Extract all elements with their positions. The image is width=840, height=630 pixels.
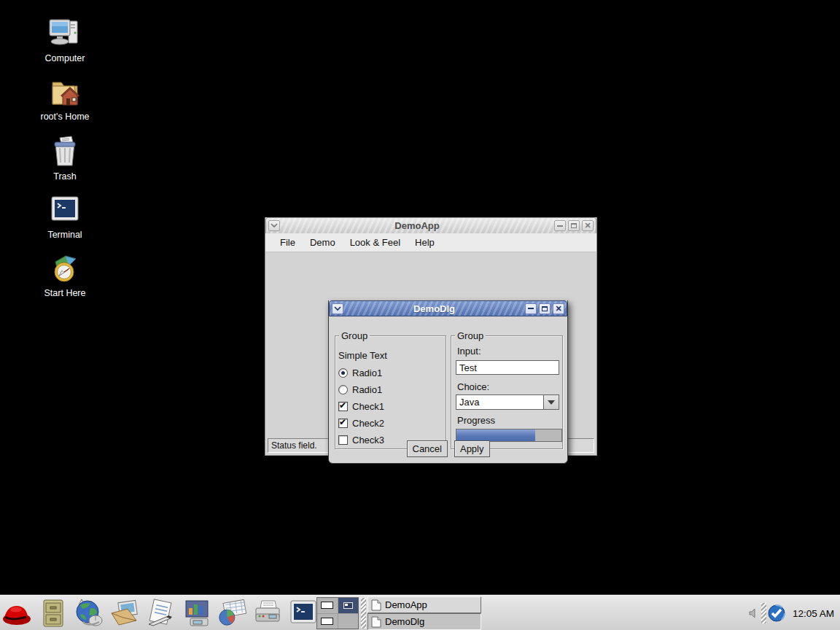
taskbar-window-demoapp[interactable]: DemoApp bbox=[368, 596, 481, 613]
radio-radio1-selected[interactable]: Radio1 bbox=[338, 367, 382, 378]
cancel-button[interactable]: Cancel bbox=[407, 440, 448, 457]
window-document-icon bbox=[371, 616, 381, 628]
mini-window bbox=[321, 618, 333, 625]
mini-window bbox=[343, 602, 353, 609]
word-processor-icon[interactable] bbox=[144, 597, 176, 629]
minimize-button[interactable] bbox=[554, 220, 566, 231]
maximize-button[interactable] bbox=[539, 303, 551, 314]
workspace-1[interactable] bbox=[317, 598, 338, 613]
groupbox-controls: Group Simple Text Radio1 Radio1 Check1 C… bbox=[335, 335, 446, 449]
start-here-icon bbox=[34, 251, 96, 286]
menu-look-and-feel[interactable]: Look & Feel bbox=[343, 235, 408, 250]
desktop-icon-label: root's Home bbox=[34, 112, 96, 122]
checkbox-label: Check2 bbox=[352, 418, 384, 429]
combobox-dropdown-button[interactable] bbox=[543, 394, 559, 410]
demoapp-titlebar[interactable]: DemoApp ✕ bbox=[265, 217, 596, 233]
radio-label: Radio1 bbox=[352, 384, 382, 395]
printer-icon[interactable] bbox=[252, 597, 284, 629]
checkbox-icon bbox=[338, 419, 348, 428]
window-menu-button[interactable] bbox=[268, 220, 280, 231]
mini-window bbox=[321, 602, 333, 609]
minimize-button[interactable] bbox=[525, 303, 537, 314]
window-list: DemoApp DemoDlg bbox=[368, 596, 481, 630]
radio-icon bbox=[338, 385, 348, 394]
input-field[interactable] bbox=[456, 360, 559, 375]
close-button[interactable]: ✕ bbox=[553, 303, 564, 314]
menu-help[interactable]: Help bbox=[408, 235, 442, 250]
menu-demo[interactable]: Demo bbox=[303, 235, 343, 250]
apply-button[interactable]: Apply bbox=[454, 440, 490, 457]
web-browser-icon[interactable] bbox=[73, 597, 105, 629]
desktop-icon-computer[interactable]: Computer bbox=[34, 16, 96, 63]
workspace-3[interactable] bbox=[317, 614, 338, 629]
demodlg-body: Group Simple Text Radio1 Radio1 Check1 C… bbox=[329, 316, 567, 463]
desktop-icon-label: Computer bbox=[34, 53, 96, 63]
radio-radio1-unselected[interactable]: Radio1 bbox=[338, 384, 382, 395]
progress-bar-fill bbox=[456, 429, 535, 441]
system-tray: 12:05 AM bbox=[747, 596, 837, 630]
desktop-icon-label: Start Here bbox=[34, 288, 96, 298]
terminal-icon bbox=[34, 192, 96, 228]
checkbox-check2[interactable]: Check2 bbox=[338, 417, 384, 429]
desktop-icon-home[interactable]: root's Home bbox=[34, 74, 96, 122]
input-label: Input: bbox=[457, 346, 481, 357]
computer-icon bbox=[34, 16, 96, 51]
workspace-switcher bbox=[316, 597, 359, 629]
desktop-icon-start-here[interactable]: Start Here bbox=[34, 251, 96, 298]
clock[interactable]: 12:05 AM bbox=[793, 608, 837, 619]
dialog-button-row: Cancel Apply bbox=[329, 440, 567, 457]
simple-text-label: Simple Text bbox=[338, 350, 387, 361]
maximize-button[interactable] bbox=[568, 220, 580, 231]
combobox-value: Java bbox=[456, 394, 543, 410]
redhat-menu-icon[interactable] bbox=[1, 597, 34, 629]
menubar: File Demo Look & Feel Help bbox=[265, 233, 596, 252]
window-title: DemoApp bbox=[282, 220, 552, 231]
close-button[interactable]: ✕ bbox=[582, 220, 594, 231]
update-check-icon[interactable] bbox=[767, 604, 786, 623]
home-folder-icon bbox=[34, 74, 96, 109]
radio-icon bbox=[338, 368, 348, 378]
desktop-icon-trash[interactable]: Trash bbox=[34, 134, 96, 182]
groupbox-title: Group bbox=[455, 330, 486, 341]
file-manager-icon[interactable] bbox=[37, 597, 69, 629]
speaker-icon[interactable] bbox=[747, 607, 761, 620]
checkbox-check1[interactable]: Check1 bbox=[338, 400, 384, 412]
menu-file[interactable]: File bbox=[273, 235, 303, 250]
window-menu-button[interactable] bbox=[332, 303, 343, 314]
workspace-4[interactable] bbox=[338, 614, 359, 629]
checkbox-icon bbox=[338, 402, 348, 411]
chevron-down-icon bbox=[548, 400, 555, 405]
checkbox-label: Check1 bbox=[352, 401, 384, 412]
window-document-icon bbox=[371, 599, 381, 611]
taskbar-window-label: DemoApp bbox=[385, 599, 427, 610]
window-title: DemoDlg bbox=[346, 303, 523, 314]
demodlg-dialog: DemoDlg ✕ Group Simple Text Radio1 Radio… bbox=[328, 300, 568, 464]
email-icon[interactable] bbox=[109, 597, 141, 629]
demodlg-titlebar[interactable]: DemoDlg ✕ bbox=[329, 300, 567, 316]
choice-label: Choice: bbox=[457, 381, 489, 392]
groupbox-fields: Group Input: Choice: Java Progress bbox=[451, 335, 563, 449]
presentation-icon[interactable] bbox=[180, 597, 212, 629]
workspace-2-active[interactable] bbox=[338, 598, 359, 613]
radio-label: Radio1 bbox=[352, 368, 382, 378]
choice-combobox[interactable]: Java bbox=[456, 394, 559, 410]
progress-label: Progress bbox=[457, 415, 495, 426]
desktop-icon-label: Terminal bbox=[34, 230, 96, 240]
taskbar-panel: △ bbox=[0, 595, 840, 630]
groupbox-title: Group bbox=[339, 330, 370, 341]
taskbar-window-label: DemoDlg bbox=[385, 616, 424, 627]
desktop-icon-label: Trash bbox=[34, 171, 96, 182]
trash-icon bbox=[34, 134, 96, 169]
panel-drag-handle[interactable] bbox=[361, 598, 366, 629]
desktop-icon-terminal[interactable]: Terminal bbox=[34, 192, 96, 240]
spreadsheet-icon[interactable] bbox=[216, 597, 248, 629]
terminal-launcher-icon[interactable] bbox=[287, 597, 319, 629]
launcher-area bbox=[0, 597, 319, 629]
taskbar-window-demodlg[interactable]: DemoDlg bbox=[368, 613, 481, 630]
